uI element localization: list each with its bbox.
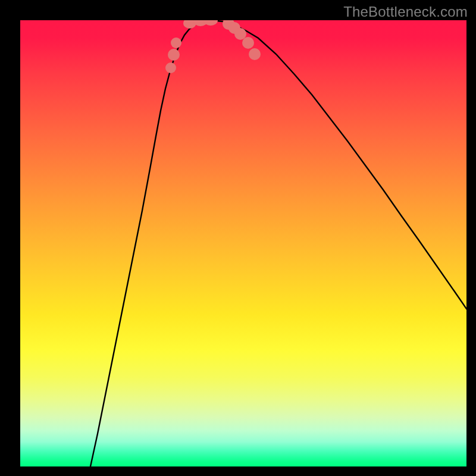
bottleneck-curve (90, 20, 466, 466)
curve-marker (168, 49, 180, 61)
curve-marker (171, 37, 181, 48)
curve-marker (165, 62, 176, 73)
curve-marker (249, 48, 261, 60)
curve-marker (203, 20, 218, 26)
chart-svg (20, 20, 466, 466)
watermark-text: TheBottleneck.com (343, 4, 468, 20)
curve-marker (242, 37, 254, 49)
marker-group (165, 20, 261, 73)
plot-area (20, 20, 466, 466)
chart-frame: TheBottleneck.com (0, 0, 476, 476)
